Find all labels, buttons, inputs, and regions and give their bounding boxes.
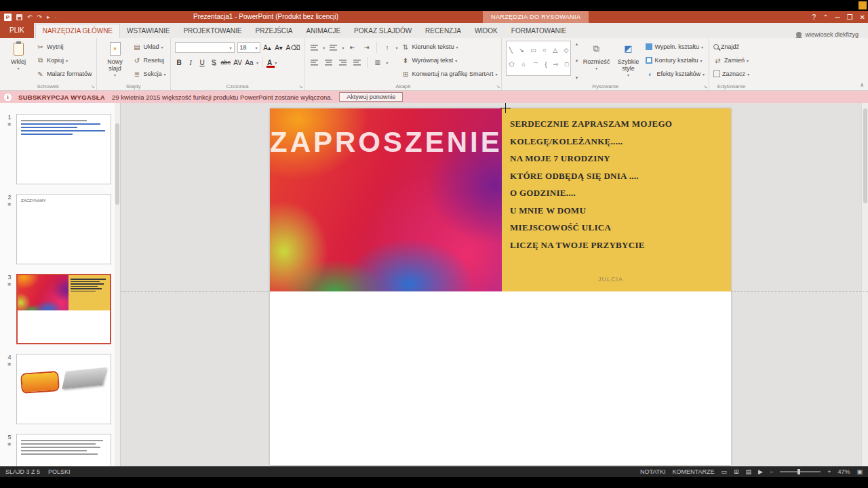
tab-formatowanie[interactable]: FORMATOWANIE (505, 24, 573, 38)
numbering-button[interactable] (328, 42, 339, 54)
line-spacing-button[interactable]: ↕ (381, 42, 393, 54)
block-arrow-shape-icon[interactable]: ⇨ (553, 61, 559, 70)
triangle-shape-icon[interactable]: △ (553, 47, 557, 54)
redo-icon[interactable]: ↷ (37, 14, 43, 20)
slide-flower-image[interactable]: ZAPROSZENIE (270, 108, 502, 291)
align-center-button[interactable] (323, 57, 334, 68)
shapes-more-icon[interactable]: ▼ (574, 76, 578, 80)
align-left-button[interactable] (309, 57, 320, 68)
cut-button[interactable]: ✂Wytnij (36, 41, 92, 53)
grow-font-button[interactable]: A▴ (263, 44, 272, 52)
tab-projektowanie[interactable]: PROJEKTOWANIE (176, 24, 248, 38)
slide-title-text[interactable]: ZAPROSZENIE (270, 126, 502, 159)
undo-icon[interactable]: ↶ (27, 14, 33, 20)
quick-styles-button[interactable]: ◩ Szybkie style ▾ (614, 41, 642, 81)
shape-fill-button[interactable]: Wypełn. kształtu▾ (646, 41, 705, 53)
rect-shape-icon[interactable]: ▭ (530, 47, 536, 54)
text-shadow-button[interactable]: S (210, 59, 218, 66)
save-icon[interactable] (16, 14, 22, 20)
copy-button[interactable]: ⧉Kopiuj▾ (36, 54, 92, 66)
tab-widok[interactable]: WIDOK (468, 24, 505, 38)
slide-3-thumbnail[interactable] (16, 274, 111, 344)
curve-shape-icon[interactable]: ⌒ (532, 61, 538, 70)
replace-button[interactable]: ⇄Zamień▾ (713, 54, 749, 66)
thumbnail-scrollbar[interactable] (115, 103, 120, 466)
text-direction-button[interactable]: ⇅Kierunek tekstu▾ (401, 41, 497, 53)
tab-pokaz-slajdow[interactable]: POKAZ SLAJDÓW (347, 24, 418, 38)
tab-narzedzia-glowne[interactable]: NARZĘDZIA GŁÓWNE (35, 24, 120, 38)
font-size-select[interactable]: 18▾ (237, 42, 260, 53)
language-indicator[interactable]: POLSKI (48, 468, 71, 475)
arrow-shape-icon[interactable]: ↘ (519, 47, 524, 54)
slide-2-thumbnail[interactable]: ZACZYNAMY (16, 194, 111, 264)
clipboard-dialog-launcher-icon[interactable]: ↘ (91, 84, 95, 89)
align-right-button[interactable] (337, 57, 349, 68)
line-shape-icon[interactable]: ╲ (509, 47, 512, 54)
qat-customize-icon[interactable]: ▾ (55, 15, 57, 20)
new-slide-button[interactable]: ✶ Nowy slajd ▾ (101, 41, 130, 81)
restore-button[interactable]: ❒ (847, 14, 853, 21)
tab-wstawianie[interactable]: WSTAWIANIE (120, 24, 176, 38)
fit-to-window-icon[interactable]: ▣ (856, 468, 863, 475)
change-case-button[interactable]: Aa (245, 59, 254, 66)
paragraph-dialog-launcher-icon[interactable]: ↘ (496, 84, 500, 89)
section-button[interactable]: ≣Sekcja▾ (133, 68, 166, 80)
shapes-gallery[interactable]: ╲↘▭○△◇ ⬠☆⌒{⇨□ (506, 41, 571, 76)
convert-smartart-button[interactable]: ⊞Konwertuj na grafikę SmartArt▾ (401, 68, 497, 80)
layout-button[interactable]: ▤Układ▾ (133, 41, 166, 53)
zoom-in-icon[interactable]: + (827, 468, 831, 475)
shrink-font-button[interactable]: A▾ (275, 44, 283, 52)
diamond-shape-icon[interactable]: ◇ (564, 47, 569, 54)
decrease-indent-button[interactable]: ⇤ (347, 42, 358, 54)
ribbon-options-button[interactable]: ⌃ (823, 14, 828, 21)
clear-formatting-button[interactable]: A⌫ (286, 44, 300, 52)
bracket-shape-icon[interactable]: { (545, 61, 547, 70)
collapse-ribbon-icon[interactable]: ∧ (860, 82, 864, 88)
slide-4-thumbnail[interactable] (16, 354, 111, 424)
tab-recenzja[interactable]: RECENZJA (418, 24, 468, 38)
slide-1-thumbnail[interactable] (16, 114, 111, 184)
reset-button[interactable]: ↺Resetuj (133, 54, 166, 66)
square-shape-icon[interactable]: □ (565, 61, 568, 70)
minimize-button[interactable]: ─ (835, 14, 840, 21)
shape-outline-button[interactable]: Kontury kształtu▾ (646, 54, 705, 66)
start-slideshow-icon[interactable]: ▸ (47, 14, 50, 20)
slide-3-editing-surface[interactable]: ZAPROSZENIE SERDECZNIE ZAPRASZAM MOJEGO … (270, 108, 731, 465)
reactivate-button[interactable]: Aktywuj ponownie (339, 92, 403, 102)
arrange-button[interactable]: ⧉ Rozmieść ▾ (582, 41, 610, 81)
slideshow-view-icon[interactable]: ▶ (758, 468, 763, 475)
tab-animacje[interactable]: ANIMACJE (300, 24, 348, 38)
bullets-button[interactable] (309, 42, 320, 54)
format-painter-button[interactable]: ✎Malarz formatów (36, 68, 92, 80)
paste-button[interactable]: Wklej ▾ (4, 41, 33, 81)
italic-button[interactable]: I (186, 59, 195, 66)
notes-toggle[interactable]: NOTATKI (640, 468, 666, 475)
zoom-slider[interactable] (780, 471, 821, 472)
increase-indent-button[interactable]: ⇥ (361, 42, 372, 54)
justify-button[interactable] (351, 57, 363, 68)
tab-plik[interactable]: PLIK (0, 23, 34, 38)
font-dialog-launcher-icon[interactable]: ↘ (298, 84, 302, 89)
character-spacing-button[interactable]: AV (233, 59, 242, 66)
shapes-scroll-up-icon[interactable]: ▲ (574, 42, 578, 46)
normal-view-icon[interactable]: ▭ (721, 468, 727, 475)
align-text-button[interactable]: ⬍Wyrównaj tekst▾ (401, 54, 497, 66)
columns-button[interactable]: ▥ (372, 57, 383, 68)
star-shape-icon[interactable]: ☆ (521, 61, 526, 70)
pentagon-shape-icon[interactable]: ⬠ (509, 61, 514, 70)
find-button[interactable]: Znajdź (713, 41, 749, 53)
ellipse-shape-icon[interactable]: ○ (542, 47, 546, 54)
zoom-out-icon[interactable]: − (770, 468, 773, 475)
help-button[interactable]: ? (812, 14, 816, 21)
comments-toggle[interactable]: KOMENTARZE (673, 468, 715, 475)
font-name-select[interactable]: ▾ (175, 42, 235, 53)
reading-view-icon[interactable]: ▤ (746, 468, 752, 475)
shape-effects-button[interactable]: ◐Efekty kształtów▾ (646, 68, 705, 80)
bold-button[interactable]: B (175, 59, 184, 66)
drawing-dialog-launcher-icon[interactable]: ↘ (703, 84, 707, 89)
canvas-scrollbar[interactable] (861, 103, 868, 466)
slide-5-thumbnail[interactable] (16, 434, 111, 466)
slide-invitation-textbox[interactable]: SERDECZNIE ZAPRASZAM MOJEGO KOLEGĘ/KOLEŻ… (502, 108, 731, 291)
account-area[interactable]: wiewiosek dlekfizyg (796, 31, 868, 38)
slide-sorter-view-icon[interactable]: ⊞ (734, 468, 739, 475)
